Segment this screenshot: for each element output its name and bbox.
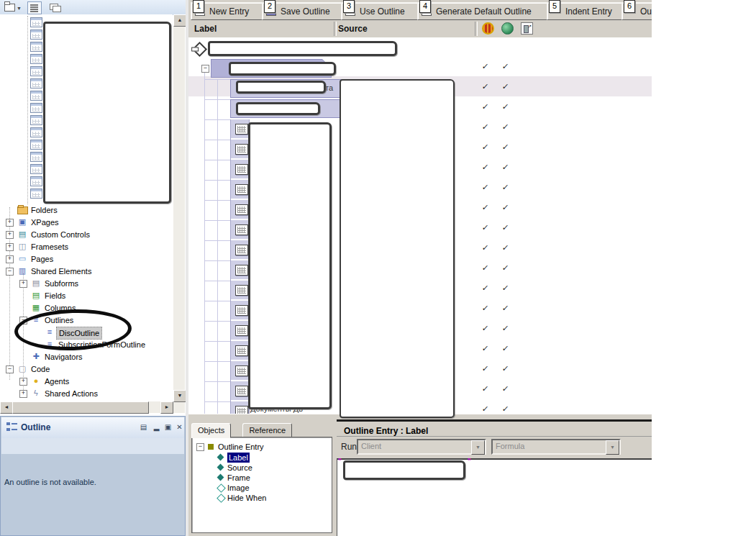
web-browser-icon xyxy=(501,22,514,35)
sidebar-item-framesets[interactable]: +◫Framesets xyxy=(0,241,171,253)
run-language-dropdown[interactable]: Formula ▼ xyxy=(491,439,621,455)
properties-title: Outline Entry : Label xyxy=(344,426,428,436)
redaction-box-entry-2 xyxy=(236,81,326,94)
web-checkmark: ✓ xyxy=(501,263,509,273)
sidebar-item-custom-controls[interactable]: +▤Custom Controls xyxy=(0,229,171,240)
view-entry-icon xyxy=(235,204,248,215)
sidebar-item-agents[interactable]: +●Agents xyxy=(0,376,171,387)
close-icon[interactable]: ✕ xyxy=(174,422,185,432)
collapse-minus-icon[interactable]: − xyxy=(196,443,204,451)
annotation-badge-3: 3 xyxy=(343,0,355,13)
objects-item-hide-when[interactable]: Hide When xyxy=(196,493,326,503)
view-entry-icon xyxy=(235,345,248,356)
annotation-badge-6: 6 xyxy=(624,0,635,13)
view-menu-icon[interactable]: ▤ xyxy=(138,422,149,432)
label-fragment: та xyxy=(325,83,333,92)
view-entry-icon xyxy=(235,285,248,296)
sidebar-vertical-scrollbar[interactable]: ▲ ▼ xyxy=(173,14,185,413)
tree-connector xyxy=(27,16,28,204)
filter-list-icon[interactable] xyxy=(27,1,40,12)
label-column-header: Label xyxy=(194,24,217,34)
sidebar-item-fields[interactable]: ▤Fields xyxy=(0,290,171,301)
tab-objects[interactable]: Objects xyxy=(191,423,231,438)
column-divider xyxy=(475,22,478,36)
view-icon xyxy=(30,42,42,52)
toolbar-button-generate-default-outline[interactable]: Generate Default Outline xyxy=(417,2,552,20)
toolbar-button-label: Save Outline xyxy=(281,6,330,17)
mobile-icon xyxy=(521,22,533,35)
objects-panel: ObjectsReference −Outline EntryLabelSour… xyxy=(188,419,337,536)
client-checkmark: ✓ xyxy=(481,404,489,414)
expand-plus-icon[interactable]: + xyxy=(19,280,27,288)
sidebar-item-label: Code xyxy=(29,363,52,375)
collapse-minus-icon[interactable]: − xyxy=(201,65,209,73)
view-icon xyxy=(30,115,42,125)
source-column-header: Source xyxy=(338,24,368,34)
web-checkmark: ✓ xyxy=(501,102,509,112)
sidebar-item-xpages[interactable]: +▣XPages xyxy=(0,217,171,228)
redaction-box-formula xyxy=(343,460,465,480)
redaction-box-sidebar xyxy=(43,22,171,204)
sidebar-item-subforms[interactable]: +▤Subforms xyxy=(0,278,171,289)
view-entry-icon xyxy=(235,124,248,135)
outline-view-title: Outline xyxy=(21,422,50,432)
chevron-down-icon[interactable]: ▼ xyxy=(606,440,619,455)
fields-icon: ▤ xyxy=(31,291,41,300)
client-checkmark: ✓ xyxy=(481,82,489,91)
collapse-minus-icon[interactable]: − xyxy=(6,365,14,373)
collapse-minus-icon[interactable]: − xyxy=(6,268,14,276)
cascade-windows-icon[interactable] xyxy=(47,1,60,12)
web-checkmark: ✓ xyxy=(501,62,509,71)
run-language-value: Formula xyxy=(496,442,524,450)
view-entry-icon xyxy=(235,305,248,316)
view-icon xyxy=(30,103,42,113)
sidebar-item-navigators[interactable]: ✚Navigators xyxy=(0,351,171,363)
run-target-dropdown[interactable]: Client ▼ xyxy=(357,439,486,455)
maximize-icon[interactable]: ▣ xyxy=(163,422,173,432)
web-checkmark: ✓ xyxy=(501,324,509,333)
view-icon xyxy=(30,176,42,186)
view-icon xyxy=(30,140,42,150)
web-checkmark: ✓ xyxy=(501,223,509,232)
sidebar-item-shared-elements[interactable]: −▥Shared Elements xyxy=(0,265,171,277)
expand-plus-icon[interactable]: + xyxy=(19,390,27,398)
client-checkmark: ✓ xyxy=(481,62,489,71)
tab-reference[interactable]: Reference xyxy=(242,423,292,438)
objects-item-source[interactable]: Source xyxy=(196,463,326,473)
objects-item-image[interactable]: Image xyxy=(196,483,326,493)
objects-tree-box: −Outline EntryLabelSourceFrameImageHide … xyxy=(191,437,332,533)
objects-item-label: Hide When xyxy=(227,493,266,503)
view-entry-icon xyxy=(235,245,248,255)
diamond-icon xyxy=(217,464,224,471)
web-checkmark: ✓ xyxy=(501,384,509,394)
column-divider xyxy=(334,22,337,36)
sidebar-horizontal-scrollbar[interactable]: ◄ ► xyxy=(0,401,173,413)
sidebar-item-label: Framesets xyxy=(29,241,70,253)
custom-controls-icon: ▤ xyxy=(17,230,27,239)
chevron-down-icon[interactable]: ▼ xyxy=(471,440,485,455)
view-entry-icon xyxy=(235,365,248,376)
web-checkmark: ✓ xyxy=(501,203,509,212)
diamond-icon xyxy=(217,474,224,481)
objects-item-label[interactable]: Label xyxy=(196,453,326,463)
expand-plus-icon[interactable]: + xyxy=(19,378,27,386)
expand-plus-icon[interactable]: + xyxy=(6,255,14,263)
sidebar-item-pages[interactable]: +▭Pages xyxy=(0,253,171,265)
diamond-icon xyxy=(217,494,226,503)
objects-item-label: Image xyxy=(227,483,250,493)
sidebar-item-shared-actions[interactable]: +ϟShared Actions xyxy=(0,388,171,399)
run-label: Run xyxy=(341,442,357,452)
expand-plus-icon[interactable]: + xyxy=(6,231,14,239)
objects-tree-root[interactable]: −Outline Entry xyxy=(196,442,326,452)
sidebar-item-folders[interactable]: Folders xyxy=(0,204,171,216)
sidebar-item-code[interactable]: −▢Code xyxy=(0,363,171,375)
toolbar-button-label: Generate Default Outline xyxy=(436,6,532,17)
objects-item-frame[interactable]: Frame xyxy=(196,473,326,483)
minimize-icon[interactable]: ▂ xyxy=(151,422,162,432)
folder-menu-icon[interactable]: ▼ xyxy=(3,1,16,12)
expand-plus-icon[interactable]: + xyxy=(6,219,14,227)
expand-plus-icon[interactable]: + xyxy=(6,243,14,251)
view-icon xyxy=(30,188,42,199)
sidebar-item-label: Folders xyxy=(29,204,60,216)
view-icon xyxy=(30,78,42,88)
